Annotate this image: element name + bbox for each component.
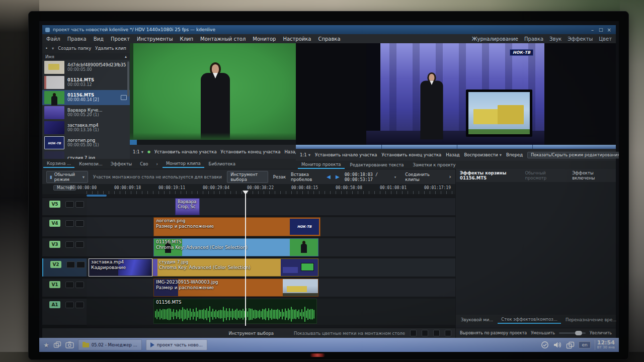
statusbar-toggle[interactable] [433, 330, 440, 336]
track-badge[interactable]: V1 [49, 281, 60, 288]
mix-clips-button[interactable]: Соединить клипы [401, 171, 439, 183]
tab-effect-stack[interactable]: Стек эффектов/композ... [498, 316, 561, 324]
minimize-icon[interactable]: – [589, 27, 596, 33]
taskbar-item-kdenlive-active[interactable]: проект часть ново... [146, 339, 207, 350]
zoom-level-dropdown[interactable]: 1:1▾ [133, 149, 143, 154]
bin-item[interactable]: заставка.mp400:00:13.16 (1) [42, 120, 130, 135]
workspace-tab-effects[interactable]: Эффекты [568, 36, 593, 42]
statusbar-toggle[interactable] [445, 330, 451, 336]
toolbar-overflow-icon[interactable]: › [449, 173, 451, 180]
track-header-v2-active[interactable]: V2 [42, 258, 87, 277]
workspace-tab-editing[interactable]: Правка [524, 36, 543, 42]
track-hide-icon[interactable] [66, 261, 75, 268]
menu-clip[interactable]: Клип [180, 36, 194, 42]
menu-edit[interactable]: Правка [67, 36, 87, 42]
bin-view-icon[interactable]: • [45, 46, 48, 51]
show-desktop-icon[interactable] [53, 341, 61, 348]
timeline-clip-img[interactable]: IMG-20230915-WA0003.jpgРазмер и располож… [153, 279, 318, 297]
network-tray-icon[interactable] [541, 341, 549, 349]
tab-library[interactable]: Библиотека [205, 160, 239, 167]
tab-audio-mixer[interactable]: Звуковой ми... [457, 316, 497, 323]
menu-file[interactable]: Файл [46, 36, 60, 42]
play-button[interactable]: Воспроизвести▾ [464, 152, 502, 157]
tab-text-edit[interactable]: Редактирование текста [347, 161, 408, 168]
skip-back-icon[interactable]: ◀ [327, 174, 331, 179]
workspace-tab-color[interactable]: Цвет [599, 36, 612, 42]
bin-view-chevron-icon[interactable]: ▾ [52, 46, 54, 51]
clip-monitor-seekbar[interactable] [130, 140, 296, 145]
bin-item-selected[interactable]: 01156.MTS00:00:40.14 [2] [42, 90, 130, 105]
statusbar-toggle[interactable] [410, 330, 417, 336]
collapse-icon[interactable]: ▴ [125, 54, 127, 59]
project-monitor-seekbar[interactable] [296, 145, 616, 149]
maximize-icon[interactable]: □ [596, 27, 606, 32]
bin-item[interactable]: 4d7dcbf48900f549d23fb3500:00:05.00 [42, 60, 130, 75]
tab-overflow-icon[interactable]: › [152, 160, 161, 167]
track-header-a1[interactable]: A1 [42, 299, 87, 325]
project-monitor-video[interactable]: НОК-ТВ [366, 43, 544, 145]
tab-project-notes[interactable]: Заметки к проекту [410, 161, 459, 168]
edit-mode-dropdown[interactable]: ▮Обычный режим▾ [46, 171, 88, 183]
window-titlebar[interactable]: проект часть новостей kdenlive */ HDV 14… [42, 25, 616, 34]
track-badge[interactable]: V5 [49, 201, 60, 208]
track-hide-icon[interactable] [65, 201, 74, 208]
menu-timeline[interactable]: Монтажный стол [200, 36, 246, 42]
track-hide-icon[interactable] [65, 241, 74, 248]
timecode-display[interactable]: 00:00:18:03 / 00:00:53:17▾ [345, 172, 397, 182]
volume-tray-icon[interactable] [553, 341, 562, 349]
tab-properties[interactable]: Сво [136, 160, 151, 167]
track-lock-icon[interactable] [75, 220, 84, 227]
clip-monitor-video[interactable] [130, 43, 296, 140]
set-zone-out-button[interactable]: Установить конец участка [221, 149, 281, 154]
menu-help[interactable]: Справка [318, 36, 340, 42]
bin-name-header[interactable]: Имя ▴ [42, 53, 130, 60]
forward-button[interactable]: Вперед [506, 152, 523, 157]
menu-project[interactable]: Проект [111, 36, 130, 42]
timeline-clip-varvara[interactable]: ВарвараCrop, Sc [175, 198, 200, 215]
zoom-out-button[interactable]: Уменьшить [531, 331, 555, 335]
timeline-ruler[interactable]: Мастер 00:00:00:00 00:00:09:18 00:00:19:… [42, 184, 455, 194]
track-hide-icon[interactable] [65, 220, 74, 227]
track-lane-v5[interactable] [87, 198, 455, 215]
tab-project-monitor[interactable]: Монитор проекта [298, 161, 345, 169]
zoom-slider[interactable] [559, 332, 586, 334]
menu-settings[interactable]: Настройка [283, 36, 311, 42]
timeline-clip-zastavka-selected[interactable]: заставка.mp4Кадрирование [89, 258, 152, 277]
timeline-clip-studio[interactable]: студия 7.jpgChroma Key: Advanced (Color … [152, 258, 318, 277]
keyboard-layout-badge[interactable]: en [579, 341, 590, 348]
statusbar-toggle[interactable] [422, 330, 428, 336]
bin-item[interactable]: студия 7.jpg [42, 150, 130, 159]
playhead[interactable] [245, 191, 246, 326]
track-lock-icon[interactable] [76, 261, 85, 268]
tab-compositions[interactable]: Компози... [75, 160, 106, 167]
set-zone-in-button[interactable]: Установить начало участка [315, 152, 377, 157]
track-lock-icon[interactable] [75, 241, 84, 248]
set-zone-out-button[interactable]: Установить конец участка [382, 152, 442, 157]
tab-bin[interactable]: Корзина ... [43, 160, 74, 168]
track-lock-icon[interactable] [75, 282, 84, 288]
app-launcher-icon[interactable]: ★ [43, 341, 49, 349]
track-badge[interactable]: V2 [50, 261, 61, 268]
bin-item[interactable]: Варвара Куче...00:00:05.20 (1) [42, 105, 130, 120]
timeline-clip-audio[interactable]: 01156.MTS [153, 299, 317, 324]
track-header-v5[interactable]: V5 [42, 198, 87, 215]
workspace-tab-logging[interactable]: Журналирование [472, 36, 518, 42]
menu-tools[interactable]: Инструменты [137, 36, 173, 42]
track-hide-icon[interactable] [65, 282, 74, 288]
bin-item[interactable]: 01124.MTS00:00:03.12 [42, 75, 130, 90]
clock[interactable]: 12:54 ВТ 30 янв [595, 340, 615, 350]
track-header-v3[interactable]: V3 [42, 238, 87, 256]
bin-item[interactable]: НОК-ТВ логотип.png00:00:05.00 (1) [42, 135, 130, 150]
taskbar-item-files[interactable]: 05.02 - Менеджер ... [78, 339, 142, 350]
track-header-v1[interactable]: V1 [42, 279, 87, 297]
workspace-tab-audio[interactable]: Звук [549, 36, 561, 42]
clipboard-tray-icon[interactable] [566, 341, 575, 349]
create-folder-button[interactable]: Создать папку [58, 46, 91, 51]
track-lock-icon[interactable] [75, 302, 84, 308]
toggle-edit-mode-button[interactable]: Показать/Скрыть режим редактирования [527, 152, 619, 158]
timeline-clip-logo[interactable]: логотип.pngРазмер и расположение НОК-ТВ [153, 217, 320, 236]
timeline-clip-01156[interactable]: 01156.MTSChroma Key: Advanced (Color Sel… [153, 238, 318, 256]
track-badge[interactable]: V4 [49, 220, 60, 227]
screenshot-tool-icon[interactable] [65, 341, 74, 348]
zoom-in-button[interactable]: Увеличить [590, 331, 612, 335]
